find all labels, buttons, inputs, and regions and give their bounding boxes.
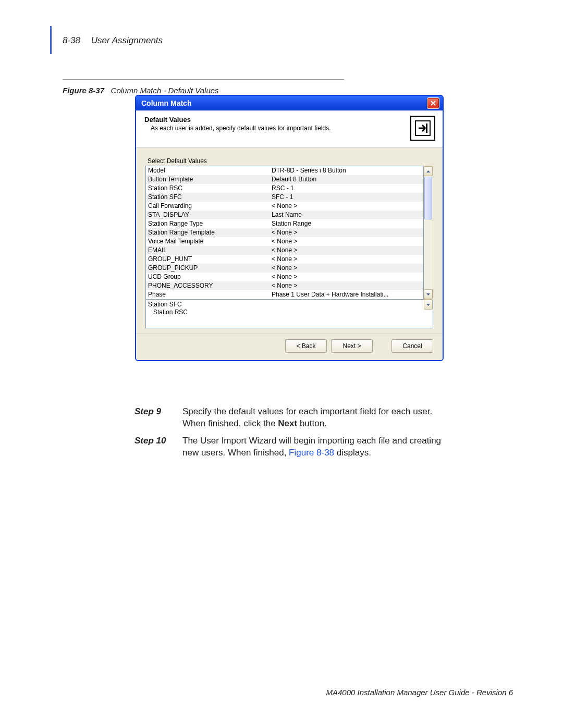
section-description: As each user is added, specify default v… xyxy=(151,125,405,132)
field-name: GROUP_HUNT xyxy=(146,255,271,264)
field-name: EMAIL xyxy=(146,246,271,255)
field-value[interactable]: Default 8 Button xyxy=(271,175,423,184)
instruction-steps: Step 9 Specify the default values for ea… xyxy=(134,406,442,464)
table-row[interactable]: GROUP_HUNT< None > xyxy=(146,255,423,264)
chevron-up-icon xyxy=(426,170,430,172)
field-name: PHONE_ACCESSORY xyxy=(146,281,271,290)
table-row[interactable]: PhasePhase 1 User Data + Hardware Instal… xyxy=(146,290,423,299)
arrow-box-icon xyxy=(415,120,431,136)
figure-caption: Figure 8-37 Column Match - Default Value… xyxy=(63,79,344,95)
field-name: Call Forwarding xyxy=(146,202,271,211)
field-name: Button Template xyxy=(146,175,271,184)
table-row[interactable]: Station Range TypeStation Range xyxy=(146,219,423,228)
field-value[interactable]: < None > xyxy=(271,228,423,237)
chevron-down-icon xyxy=(426,304,430,306)
field-name: GROUP_PICKUP xyxy=(146,264,271,273)
document-footer: MA4000 Installation Manager User Guide -… xyxy=(326,688,513,697)
table-row[interactable]: GROUP_PICKUP< None > xyxy=(146,264,423,273)
step-10: Step 10 The User Import Wizard will begi… xyxy=(134,435,442,459)
dialog-button-row: < Back Next > Cancel xyxy=(136,334,443,360)
table-row[interactable]: PHONE_ACCESSORY< None > xyxy=(146,281,423,290)
close-icon xyxy=(431,101,436,106)
table-row[interactable]: ModelDTR-8D - Series i 8 Button xyxy=(146,166,423,175)
page-header: 8-38 User Assignments xyxy=(63,35,163,46)
field-value[interactable]: < None > xyxy=(271,281,423,290)
field-value[interactable]: Last Name xyxy=(271,211,423,219)
field-value[interactable]: < None > xyxy=(271,246,423,255)
table-row[interactable]: Station SFCSFC - 1 xyxy=(146,193,423,202)
field-name: Station RSC xyxy=(146,184,271,193)
back-button[interactable]: < Back xyxy=(285,339,327,353)
scroll-up-button[interactable] xyxy=(424,166,433,176)
field-name: Model xyxy=(146,166,271,175)
dialog-body: Select Default Values ModelDTR-8D - Seri… xyxy=(136,147,443,334)
field-name: Station Range Type xyxy=(146,219,271,228)
next-button[interactable]: Next > xyxy=(331,339,373,353)
detail-line-2: Station RSC xyxy=(148,309,431,316)
field-value[interactable]: Station Range xyxy=(271,219,423,228)
window-title: Column Match xyxy=(141,99,427,107)
figure-link[interactable]: Figure 8-38 xyxy=(289,448,334,458)
step-label: Step 9 xyxy=(134,406,182,430)
table-label: Select Default Values xyxy=(148,157,433,165)
field-name: Phase xyxy=(146,290,271,299)
figure-label: Figure 8-37 xyxy=(63,86,104,95)
page-number: 8-38 xyxy=(63,35,80,45)
field-name: Voice Mail Template xyxy=(146,237,271,246)
table-row[interactable]: Station Range Template< None > xyxy=(146,228,423,237)
step-text: Specify the default values for each impo… xyxy=(182,406,442,430)
table-row[interactable]: Call Forwarding< None > xyxy=(146,202,423,211)
detail-scroll-down-button[interactable] xyxy=(424,300,433,310)
table-row[interactable]: Button TemplateDefault 8 Button xyxy=(146,175,423,184)
table-row[interactable]: Station RSCRSC - 1 xyxy=(146,184,423,193)
field-value[interactable]: < None > xyxy=(271,273,423,281)
step-9: Step 9 Specify the default values for ea… xyxy=(134,406,442,430)
step-text: The User Import Wizard will begin import… xyxy=(182,435,442,459)
table-scrollbar[interactable] xyxy=(424,166,433,300)
column-match-dialog: Column Match Default Values As each user… xyxy=(135,95,444,361)
field-value[interactable]: < None > xyxy=(271,264,423,273)
chevron-down-icon xyxy=(426,293,430,295)
scroll-thumb[interactable] xyxy=(424,177,432,219)
wizard-icon xyxy=(410,116,435,141)
field-value[interactable]: Phase 1 User Data + Hardware Installati.… xyxy=(271,290,423,299)
table-row[interactable]: Voice Mail Template< None > xyxy=(146,237,423,246)
scroll-down-button[interactable] xyxy=(424,289,433,299)
step-label: Step 10 xyxy=(134,435,182,459)
table-row[interactable]: UCD Group< None > xyxy=(146,273,423,281)
detail-panel: Station SFC Station RSC xyxy=(145,300,433,328)
field-name: Station Range Template xyxy=(146,228,271,237)
field-value[interactable]: < None > xyxy=(271,237,423,246)
field-name: UCD Group xyxy=(146,273,271,281)
field-value[interactable]: SFC - 1 xyxy=(271,193,423,202)
field-name: STA_DISPLAY xyxy=(146,211,271,219)
close-button[interactable] xyxy=(427,97,439,109)
field-value[interactable]: < None > xyxy=(271,255,423,264)
section-heading: Default Values xyxy=(144,116,405,124)
field-value[interactable]: < None > xyxy=(271,202,423,211)
table-row[interactable]: STA_DISPLAYLast Name xyxy=(146,211,423,219)
default-values-table[interactable]: ModelDTR-8D - Series i 8 ButtonButton Te… xyxy=(145,166,424,300)
dialog-header-section: Default Values As each user is added, sp… xyxy=(136,110,443,147)
titlebar: Column Match xyxy=(136,96,443,110)
field-value[interactable]: DTR-8D - Series i 8 Button xyxy=(271,166,423,175)
field-value[interactable]: RSC - 1 xyxy=(271,184,423,193)
svg-rect-1 xyxy=(426,124,427,133)
section-accent-bar xyxy=(50,26,52,54)
figure-title: Column Match - Default Values xyxy=(111,86,219,95)
field-name: Station SFC xyxy=(146,193,271,202)
table-row[interactable]: EMAIL< None > xyxy=(146,246,423,255)
detail-line-1: Station SFC xyxy=(148,301,431,309)
section-title: User Assignments xyxy=(91,35,163,45)
cancel-button[interactable]: Cancel xyxy=(391,339,433,353)
